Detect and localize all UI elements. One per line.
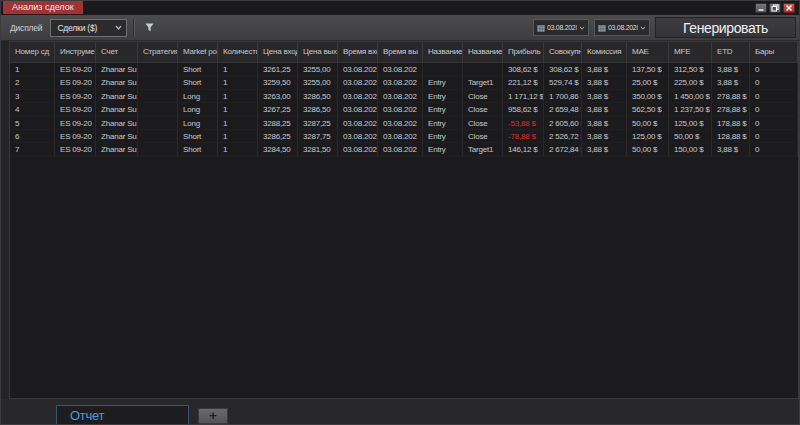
chevron-down-icon xyxy=(640,26,646,30)
date-to-value: 03.08.2020 xyxy=(608,24,638,31)
table-cell: 958,62 $ xyxy=(503,103,544,116)
column-header-16[interactable]: MFE xyxy=(669,42,712,63)
table-cell: 308,62 $ xyxy=(503,63,544,76)
table-header: Номер сдИнструмеСчетСтратегияMarket poКо… xyxy=(10,42,798,63)
display-label: Дисплей xyxy=(10,23,42,33)
column-header-9[interactable]: Время вы xyxy=(378,42,423,63)
table-cell xyxy=(138,103,178,116)
table-cell xyxy=(138,117,178,130)
column-header-2[interactable]: Счет xyxy=(96,42,138,63)
table-cell: 3284,50 xyxy=(258,143,298,156)
table-cell: Close xyxy=(463,117,503,130)
table-cell: 3,88 $ xyxy=(712,63,750,76)
table-cell: 3,88 $ xyxy=(582,103,627,116)
table-row[interactable]: 4ES 09-20Zhanar SuLong13267,253286,5003.… xyxy=(10,103,798,116)
toolbar-separator xyxy=(133,19,134,37)
column-header-0[interactable]: Номер сд xyxy=(10,42,55,63)
table-cell: Target1 xyxy=(463,76,503,89)
table-cell xyxy=(463,63,503,76)
table-row[interactable]: 6ES 09-20Zhanar SuShort13286,253287,7503… xyxy=(10,130,798,143)
table-cell: Zhanar Su xyxy=(96,63,138,76)
table-cell: Zhanar Su xyxy=(96,76,138,89)
column-header-8[interactable]: Время вхо xyxy=(338,42,378,63)
table-cell: 50,00 $ xyxy=(627,143,669,156)
table-cell: 1 237,50 $ xyxy=(669,103,712,116)
column-header-15[interactable]: MAE xyxy=(627,42,669,63)
table-cell: 312,50 $ xyxy=(669,63,712,76)
table-cell: 3263,00 xyxy=(258,90,298,103)
column-header-7[interactable]: Цена вых xyxy=(298,42,338,63)
table-cell: Close xyxy=(463,90,503,103)
table-cell: 03.08.202 xyxy=(338,117,378,130)
table-cell: 2 526,72 $ xyxy=(544,130,582,143)
table-cell: 25,00 $ xyxy=(627,76,669,89)
column-header-3[interactable]: Стратегия xyxy=(138,42,178,63)
table-cell: 350,00 $ xyxy=(627,90,669,103)
table-cell: 125,00 $ xyxy=(669,117,712,130)
table-row[interactable]: 3ES 09-20Zhanar SuLong13263,003286,5003.… xyxy=(10,90,798,103)
table-cell: 0 xyxy=(750,90,798,103)
table-cell: 03.08.202 xyxy=(378,117,423,130)
table-cell: Zhanar Su xyxy=(96,90,138,103)
table-cell: 03.08.202 xyxy=(338,76,378,89)
column-header-5[interactable]: Количесть xyxy=(218,42,258,63)
tab-report[interactable]: Отчет xyxy=(56,405,189,425)
column-header-11[interactable]: Название xyxy=(463,42,503,63)
table-cell: 3259,50 xyxy=(258,76,298,89)
table-cell xyxy=(138,76,178,89)
column-header-13[interactable]: Совокупн xyxy=(544,42,582,63)
table-cell: 0 xyxy=(750,130,798,143)
generate-button[interactable]: Генерировать xyxy=(655,17,796,38)
table-cell: 3286,25 xyxy=(258,130,298,143)
table-cell: 150,00 $ xyxy=(669,143,712,156)
column-header-18[interactable]: Бары xyxy=(750,42,798,63)
add-tab-button[interactable]: + xyxy=(198,408,228,424)
table-row[interactable]: 7ES 09-20Zhanar SuShort13284,503281,5003… xyxy=(10,143,798,156)
minimize-button[interactable] xyxy=(755,3,767,13)
column-header-17[interactable]: ETD xyxy=(712,42,750,63)
table-cell: 146,12 $ xyxy=(503,143,544,156)
title-bar: Анализ сделок xyxy=(1,1,799,15)
table-cell: Target1 xyxy=(463,143,503,156)
column-header-4[interactable]: Market po xyxy=(178,42,218,63)
column-header-12[interactable]: Прибыль xyxy=(503,42,544,63)
table-cell: 1 171,12 $ xyxy=(503,90,544,103)
table-cell: 1 700,86 $ xyxy=(544,90,582,103)
column-header-6[interactable]: Цена вход xyxy=(258,42,298,63)
table-cell: 221,12 $ xyxy=(503,76,544,89)
trades-grid: Номер сдИнструмеСчетСтратегияMarket poКо… xyxy=(9,41,799,399)
calendar-icon xyxy=(598,24,606,32)
table-cell: Short xyxy=(178,63,218,76)
table-row[interactable]: 5ES 09-20Zhanar SuLong13288,253287,2503.… xyxy=(10,117,798,130)
date-from-value: 03.08.2020 xyxy=(547,24,577,31)
table-row[interactable]: 2ES 09-20Zhanar SuShort13259,503255,0003… xyxy=(10,76,798,89)
table-cell: 7 xyxy=(10,143,55,156)
table-cell: Close xyxy=(463,130,503,143)
date-to-picker[interactable]: 03.08.2020 xyxy=(594,19,650,36)
table-cell: 2 xyxy=(10,76,55,89)
column-header-14[interactable]: Комиссия xyxy=(582,42,627,63)
column-header-1[interactable]: Инструме xyxy=(55,42,96,63)
table-cell: 03.08.202 xyxy=(338,143,378,156)
table-cell: Short xyxy=(178,143,218,156)
table-cell: 1 xyxy=(218,103,258,116)
table-cell: 1 xyxy=(218,130,258,143)
table-body: 1ES 09-20Zhanar SuShort13261,253255,0003… xyxy=(10,63,798,157)
table-cell: 3 xyxy=(10,90,55,103)
table-cell: 3,88 $ xyxy=(712,143,750,156)
filter-button[interactable] xyxy=(141,20,157,36)
table-cell: 3267,25 xyxy=(258,103,298,116)
toolbar: Дисплей Сделки ($) 03.08.2020 03.08.2020… xyxy=(1,15,799,41)
close-button[interactable] xyxy=(783,3,795,13)
table-cell: 278,88 $ xyxy=(712,103,750,116)
table-cell: 529,74 $ xyxy=(544,76,582,89)
table-row[interactable]: 1ES 09-20Zhanar SuShort13261,253255,0003… xyxy=(10,63,798,76)
restore-button[interactable] xyxy=(769,3,781,13)
table-cell: Close xyxy=(463,103,503,116)
table-cell: -78,88 $ xyxy=(503,130,544,143)
table-cell: ES 09-20 xyxy=(55,63,96,76)
date-from-picker[interactable]: 03.08.2020 xyxy=(533,19,589,36)
display-dropdown[interactable]: Сделки ($) xyxy=(50,19,127,37)
table-cell: Entry xyxy=(423,103,463,116)
column-header-10[interactable]: Название xyxy=(423,42,463,63)
